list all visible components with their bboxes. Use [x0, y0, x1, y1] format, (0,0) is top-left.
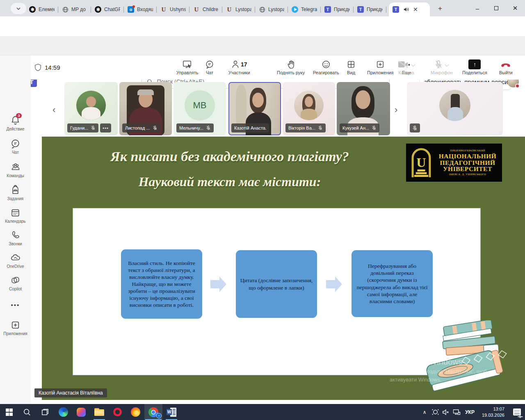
- chevron-down-icon[interactable]: [411, 62, 415, 66]
- react-button[interactable]: Реагировать: [313, 60, 339, 75]
- network-icon[interactable]: [451, 404, 462, 420]
- browser-tab[interactable]: МР до: [58, 2, 91, 16]
- taskbar-clock[interactable]: 13:07 19.03.2026: [478, 406, 509, 418]
- chat-bubble-icon: [205, 60, 214, 69]
- windows-taskbar: ☺ W ∧ УКР 13:07 19.03.2026 1: [0, 404, 525, 420]
- flow-arrow-icon: [326, 276, 342, 292]
- sidebar-item-label: Copilot: [9, 287, 22, 291]
- tray-capture-icon[interactable]: [430, 404, 441, 420]
- participants-button[interactable]: 17 Участники: [228, 60, 250, 75]
- participant-tile[interactable]: Листопад ...: [119, 82, 172, 135]
- window-restore-button[interactable]: [487, 0, 506, 16]
- manage-button[interactable]: Управлять: [176, 60, 198, 75]
- scroll-right-chevron[interactable]: ›: [395, 105, 397, 115]
- view-button[interactable]: Вид: [347, 60, 356, 75]
- timer-text: 14:59: [45, 64, 60, 71]
- sidebar-item-apps[interactable]: Приложения: [0, 320, 31, 336]
- tab-label: ChatGP: [104, 7, 120, 12]
- start-button[interactable]: [0, 404, 18, 420]
- browser-tab[interactable]: Приєдн: [354, 2, 386, 16]
- browser-tab[interactable]: Lystopa: [255, 2, 288, 16]
- plus-square-icon: [10, 320, 21, 330]
- participant-tile[interactable]: Вікторія Ва...: [283, 82, 335, 135]
- watermark-small: Активация Windows: [390, 352, 435, 357]
- task-view-button[interactable]: [36, 404, 54, 420]
- slide-title-line2: Науковий текст має містити:: [53, 174, 406, 189]
- tab-label: Приєдн: [334, 7, 350, 12]
- tab-audio-icon[interactable]: [403, 7, 409, 12]
- mic-button-disabled[interactable]: Микрофон: [431, 60, 453, 75]
- raised-hand-icon: [287, 60, 295, 69]
- leave-button[interactable]: Выйти: [499, 60, 513, 75]
- language-indicator[interactable]: УКР: [462, 409, 478, 415]
- sidebar-item-teams[interactable]: Команды: [0, 162, 31, 178]
- volume-muted-icon[interactable]: [441, 404, 451, 420]
- opera-icon[interactable]: [108, 404, 126, 420]
- firefox-icon[interactable]: [126, 404, 144, 420]
- file-explorer-icon[interactable]: [90, 404, 108, 420]
- sidebar-item-chat[interactable]: Чат: [0, 139, 31, 155]
- edge-icon[interactable]: [54, 404, 72, 420]
- sidebar-item-activity[interactable]: 3 Действие: [0, 115, 31, 131]
- active-tab-teams-meeting[interactable]: ✕: [389, 2, 430, 16]
- taskbar-search-button[interactable]: [18, 404, 36, 420]
- tab-label: Lystopa: [268, 7, 284, 12]
- participants-count: 17: [241, 61, 247, 68]
- sidebar-item-calendar[interactable]: Календарь: [0, 208, 31, 224]
- sidebar-item-calls[interactable]: Звонки: [0, 230, 31, 246]
- copilot-icon[interactable]: [72, 404, 90, 420]
- teams-icon: [324, 6, 331, 13]
- university-logo: U ПІВДЕННОУКРАЇНСЬКИЙ НАЦІОНАЛЬНИЙ ПЕДАГ…: [406, 144, 502, 182]
- participant-tile-active-speaker[interactable]: Казотій Анаста...: [228, 82, 281, 135]
- flow-box-text: Цитата (дослівне запозичення, що оформле…: [240, 277, 313, 291]
- chat-button[interactable]: Чат: [205, 60, 214, 75]
- participant-tile[interactable]: [407, 82, 503, 135]
- tab-close-icon[interactable]: ✕: [413, 6, 418, 13]
- browser-tab[interactable]: Lystopa: [222, 2, 255, 16]
- sidebar-item-copilot[interactable]: Copilot: [0, 275, 31, 291]
- logo-line-bottom: ІМЕНІ К. Д. УШИНСЬКОГО: [436, 173, 499, 176]
- word-icon[interactable]: W: [162, 404, 180, 420]
- participant-tile[interactable]: Кукузей Ан...: [337, 82, 390, 135]
- sidebar-item-onedrive[interactable]: OneDrive: [0, 253, 31, 269]
- sidebar-more-button[interactable]: •••: [0, 301, 31, 308]
- browser-tab[interactable]: ChatGP: [91, 2, 124, 16]
- tab-search-button[interactable]: [11, 3, 26, 14]
- svg-text:U: U: [416, 155, 426, 170]
- browser-tab[interactable]: Приєдн: [321, 2, 354, 16]
- raise-hand-button[interactable]: Поднять руку: [277, 60, 305, 75]
- browser-tab[interactable]: Childre: [189, 2, 222, 16]
- window-minimize-button[interactable]: –: [468, 0, 487, 16]
- sidebar-item-assignments[interactable]: Задания: [0, 185, 31, 201]
- scroll-left-chevron[interactable]: ‹: [52, 105, 55, 115]
- teams-header: T зблокировать премиум-версию: [0, 36, 525, 55]
- flow-box-2: Цитата (дослівне запозичення, що оформле…: [236, 250, 317, 318]
- browser-tab[interactable]: Входящ: [124, 2, 157, 16]
- mic-off-icon: [435, 60, 448, 69]
- browser-tab[interactable]: Telegra: [288, 2, 321, 16]
- participant-tile[interactable]: Гудани... •••: [64, 82, 118, 135]
- browser-tab[interactable]: Елемен: [25, 2, 58, 16]
- browser-tab[interactable]: Ushyns: [157, 2, 189, 16]
- notification-center-button[interactable]: 1: [509, 404, 525, 420]
- clock-date: 19.03.2026: [482, 412, 504, 418]
- phone-icon: [10, 230, 21, 240]
- chevron-down-icon[interactable]: [445, 62, 449, 66]
- share-button[interactable]: ↑ Поделиться: [462, 60, 487, 75]
- participant-tile[interactable]: МВ Мельничу...: [173, 82, 226, 135]
- flow-box-3: Перефразування або довільний переказ (ск…: [352, 250, 433, 317]
- window-close-button[interactable]: ✕: [506, 0, 525, 16]
- outlook-icon: [128, 6, 134, 13]
- apps-button[interactable]: Приложения: [367, 60, 393, 75]
- tray-expand-chevron[interactable]: ∧: [419, 404, 430, 420]
- sidebar-item-label: Команды: [7, 173, 24, 178]
- participant-name-pill: Казотій Анаста...: [231, 123, 269, 132]
- tile-more-button[interactable]: •••: [100, 123, 111, 132]
- new-tab-button[interactable]: +: [436, 4, 445, 13]
- button-label: Поднять руку: [277, 70, 305, 75]
- chrome-icon-active[interactable]: ☺: [144, 404, 162, 420]
- button-label: Приложения: [367, 70, 393, 75]
- globe-icon: [259, 6, 265, 13]
- telegram-icon: [292, 6, 298, 13]
- camera-button-disabled[interactable]: Камера: [398, 60, 415, 75]
